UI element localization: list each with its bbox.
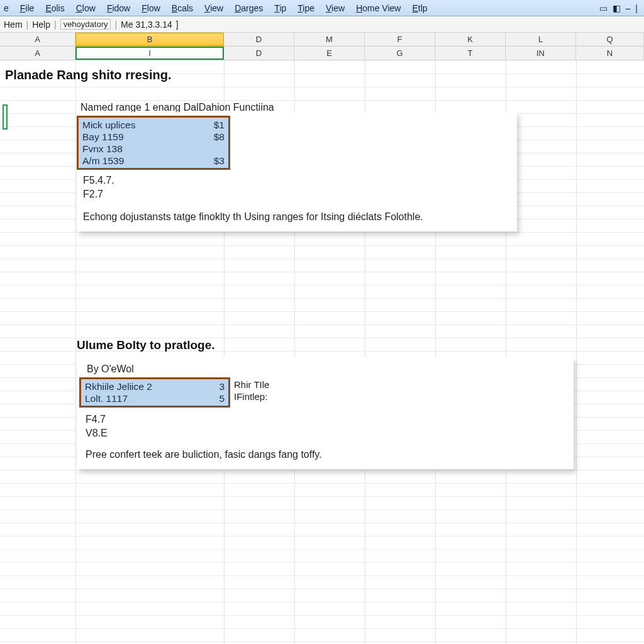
info-sep: | [114,19,117,30]
dash-icon[interactable]: – [626,3,631,13]
window-controls[interactable]: ▭ ◧ – | [599,3,638,13]
column-header-cell[interactable]: IN [506,47,576,60]
section-2-title: Ulume Bolty to pratloge. [77,338,215,352]
cell-ref: F5.4.7. [83,174,517,187]
card-1: Mick uplices$1Bay 1159$8Fvnx 138A/m 1539… [77,112,517,231]
column-header-cell[interactable]: E [294,47,365,60]
sheet-area[interactable]: Planade Rang shito rresing. Named range … [0,60,644,644]
palette-icon[interactable]: ◧ [613,3,621,13]
column-header-row-1[interactable]: ABDMFKLQ [0,33,644,47]
info-bar: Hem | Help | vehoydatory | Me 31,3.3.14 … [0,16,644,33]
menu-item[interactable]: Etlp [412,3,427,13]
info-sep: | [54,19,57,30]
info-bracket: ] [176,19,179,30]
named-range-row: Bay 1159$8 [82,131,225,143]
named-range-row: Fvnx 138 [82,143,225,155]
side-labels: Rhir TIleIFintlep: [234,377,269,402]
named-range-row: Lolt. 11175 [85,392,225,404]
column-header-cell[interactable]: Q [576,33,644,46]
menu-item[interactable]: Eolis [45,3,64,13]
named-range-row: Mick uplices$1 [82,119,225,131]
menu-item[interactable]: e [4,3,9,13]
column-header-cell[interactable]: G [365,47,435,60]
range-label: Lolt. 1117 [85,392,128,404]
column-header-cell[interactable]: T [435,47,506,60]
side-label: IFintlep: [234,391,269,402]
byline: By O'eWol [87,364,574,375]
column-header-cell[interactable]: K [435,33,506,46]
refs-2: F4.7V8.E [86,413,574,440]
menu-item[interactable]: Clow [76,3,96,13]
column-header-cell[interactable]: A [0,33,75,46]
cell-ref: V8.E [86,426,574,440]
menu-item[interactable]: File [20,3,35,13]
menu-item[interactable]: Tip [274,3,286,13]
menu-item[interactable]: Home View [356,3,401,13]
column-header-cell[interactable]: D [224,47,294,60]
desc-2: Pree confert teek are buliction, fasic d… [86,449,574,460]
info-hem[interactable]: Hem [4,19,23,30]
side-label: Rhir TIle [234,379,269,391]
range-value: $1 [214,119,225,131]
menu-item[interactable]: Bcals [172,3,193,13]
range-label: Rkhiile Jeliice 2 [85,380,152,392]
info-box-1[interactable]: vehoydatory [60,19,111,30]
named-range-row: A/m 1539$3 [82,155,225,167]
desc-1: Echong dojustansts tatge finoklty th Usi… [83,211,517,223]
menu-item[interactable]: View [204,3,223,13]
column-header-cell[interactable]: N [576,47,644,60]
range-label: A/m 1539 [82,155,124,167]
named-range-1[interactable]: Mick uplices$1Bay 1159$8Fvnx 138A/m 1539… [77,116,230,170]
column-header-cell[interactable]: M [294,33,365,46]
menu-item[interactable]: Fidow [107,3,130,13]
minimize-icon[interactable]: ▭ [599,3,608,13]
refs-1: F5.4.7.F2.7 [83,174,517,201]
column-header-cell[interactable]: L [506,33,576,46]
card-2: By O'eWol Rkhiile Jeliice 23Lolt. 11175 … [77,357,574,469]
row-selection-handle[interactable] [3,104,8,130]
menu-item[interactable]: Tipe [297,3,314,13]
range-value: 3 [219,380,225,392]
info-sep: | [26,19,29,30]
range-value: $8 [214,131,225,143]
menu-bar: eFileEolisClowFidowFlowBcalsViewDargesTi… [0,0,644,16]
info-date: Me 31,3.3.14 [121,19,172,30]
column-header-cell[interactable]: A [0,47,75,60]
range-label: Bay 1159 [82,131,124,143]
column-header-cell[interactable]: F [365,33,435,46]
column-header-cell[interactable]: I [75,47,224,60]
pipe-icon: | [635,3,638,13]
info-help[interactable]: Help [32,19,50,30]
range-label: Fvnx 138 [82,143,123,155]
named-range-2-wrap: Rkhiile Jeliice 23Lolt. 11175 Rhir TIleI… [77,377,574,408]
section-1-title: Planade Rang shito rresing. [5,68,172,82]
column-header-cell[interactable]: D [224,33,294,46]
cell-ref: F4.7 [86,413,574,426]
range-label: Mick uplices [82,119,135,131]
column-header-cell[interactable]: B [75,33,224,46]
menu-item[interactable]: Flow [142,3,160,13]
menu-item[interactable]: Darges [235,3,263,13]
named-range-2[interactable]: Rkhiile Jeliice 23Lolt. 11175 [79,377,230,408]
range-value: 5 [219,392,225,404]
range-value: $3 [214,155,225,167]
named-range-row: Rkhiile Jeliice 23 [85,380,225,392]
column-header-row-2[interactable]: AIDEGTINN [0,47,644,60]
menu-item[interactable]: View [326,3,345,13]
cell-ref: F2.7 [83,187,517,201]
